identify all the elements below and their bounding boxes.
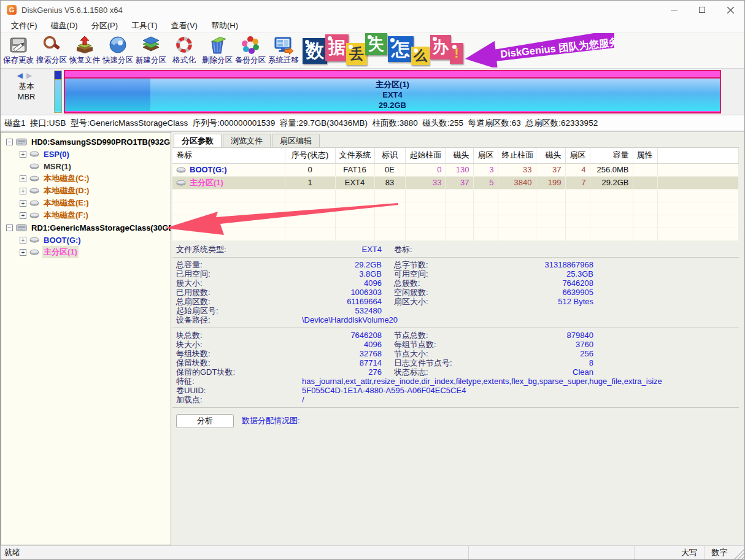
column-header[interactable]: 磁头 [536,148,565,163]
column-header[interactable]: 终止柱面 [498,148,536,163]
column-header[interactable]: 扇区 [473,148,498,163]
cell: FAT16 [335,163,374,176]
tree-item[interactable]: +BOOT(G:) [1,234,171,246]
toolbar-button-label: 删除分区 [202,55,233,66]
system-migration-button[interactable]: 系统迁移 [267,33,300,68]
resize-grip[interactable] [735,546,744,559]
column-header[interactable]: 容量 [590,148,633,163]
detail-label: 总扇区数: [176,297,302,306]
next-partition-icon[interactable] [26,71,36,80]
status-segment [468,546,634,559]
format-button[interactable]: 格式化 [168,33,201,68]
detail-value: Clean [489,367,593,377]
volume-cell: 主分区(1) [172,176,285,189]
tab-partition-params[interactable]: 分区参数 [174,134,222,147]
column-header[interactable]: 标识 [374,148,405,163]
cell: 3840 [498,176,536,189]
cell: 0E [374,163,405,176]
alloc-map-label: 数据分配情况图: [242,415,300,426]
column-header[interactable]: 文件系统 [335,148,374,163]
tree-item[interactable]: −HD0:SamsungSSD990PRO1TB(932GB) [1,136,171,148]
expand-icon[interactable]: + [20,237,26,244]
tree-item[interactable]: −RD1:GenericMassStorageClass(30GB) [1,221,171,234]
disk-mode-label: 基本 [1,81,52,91]
detail-label: 文件系统类型: [176,245,302,254]
caps-indicator: 大写 [674,546,704,559]
search-partition-button[interactable]: 搜索分区 [35,33,68,68]
column-header[interactable] [657,148,739,163]
menu-partition[interactable]: 分区(P) [85,20,125,31]
partition-details: 文件系统类型:EXT4卷标:总容量:29.2GB总字节数:31318867968… [172,242,739,408]
column-header[interactable]: 起始柱面 [405,148,446,163]
partition-box[interactable]: 主分区(1) EXT4 29.2GB [64,70,721,113]
partition-bar: 基本 MBR 主分区(1) EXT4 29.2GB [1,69,744,115]
promo-banner[interactable]: 数据丢失怎么办! DiskGenius 团队为您服务 致电: 400-008-9… [303,33,614,67]
menu-tools[interactable]: 工具(T) [125,20,164,31]
tree-item[interactable]: +本地磁盘(F:) [1,209,171,221]
cell: 33 [498,163,536,176]
menu-bar: 文件(F)磁盘(D)分区(P)工具(T)查看(V)帮助(H) [1,19,744,33]
partition-row[interactable]: 主分区(1)1EXT483333753840199729.2GB [172,176,739,189]
tree-item[interactable]: +本地磁盘(C:) [1,172,171,185]
expand-icon[interactable]: + [20,249,26,256]
volume-label: BOOT(G:) [190,165,227,174]
expand-icon[interactable]: + [20,188,26,194]
column-header[interactable]: 磁头 [446,148,473,163]
title-bar[interactable]: G DiskGenius V5.6.1.1580 x64 [1,1,744,19]
disk-info-bar: 磁盘1 接口:USB 型号:GenericMassStorageClass 序列… [1,115,744,132]
detail-value [489,306,593,315]
tab-sector-edit[interactable]: 扇区编辑 [272,134,320,147]
banner-tile: 据 [325,34,349,61]
tab-browse-files[interactable]: 浏览文件 [223,134,271,147]
column-header[interactable]: 卷标 [172,148,285,163]
cell [657,163,739,176]
expand-icon[interactable]: + [20,175,26,182]
partition-row[interactable]: BOOT(G:)0FAT160E0130333374256.0MB [172,163,739,176]
menu-file[interactable]: 文件(F) [4,20,44,31]
detail-label: 总容量: [176,260,302,269]
column-header[interactable]: 属性 [633,148,657,163]
analyze-button[interactable]: 分析 [176,414,234,428]
detail-label: 卷UUID: [176,386,302,395]
tree-item[interactable]: MSR(1) [1,160,171,172]
maximize-button[interactable] [688,1,716,19]
toolbar-button-label: 搜索分区 [36,55,67,66]
detail-label: 块大小: [176,340,302,349]
detail-label: 特征: [176,377,302,386]
partition-icon [29,163,39,169]
column-header[interactable]: 扇区 [565,148,590,163]
delete-partition-button[interactable]: 删除分区 [201,33,234,68]
minimize-button[interactable] [660,1,688,19]
tree-item[interactable]: +主分区(1) [1,246,171,258]
prev-partition-icon[interactable] [17,71,26,80]
recover-files-button[interactable]: 恢复文件 [68,33,101,68]
column-header[interactable]: 序号(状态) [285,148,335,163]
collapse-icon[interactable]: − [6,139,13,145]
partition-icon [29,212,39,218]
menu-help[interactable]: 帮助(H) [204,20,245,31]
backup-partition-button[interactable]: 备份分区 [234,33,267,68]
tree-item[interactable]: +本地磁盘(E:) [1,197,171,209]
collapse-icon[interactable]: − [6,224,13,231]
detail-value: 29.2GB [302,260,382,269]
tree-item[interactable]: +ESP(0) [1,148,171,160]
new-partition-button[interactable]: 新建分区 [134,33,168,68]
expand-icon[interactable]: + [20,151,26,158]
detail-value: 3.8GB [302,269,382,278]
detail-value: 4096 [302,340,382,349]
close-button[interactable] [716,1,744,19]
expand-icon[interactable]: + [20,200,26,207]
toolbar-button-label: 备份分区 [235,55,266,66]
empty-row [172,189,739,202]
detail-label: 保留的GDT块数: [176,367,302,377]
cell: EXT4 [335,176,374,189]
details-section: 块总数:7646208节点总数:879840块大小:4096每组节点数:3760… [172,328,739,408]
quick-partition-button[interactable]: 快速分区 [101,33,134,68]
save-changes-button[interactable]: 保存更改 [2,33,35,68]
detail-value: 32768 [302,349,382,358]
tree-item[interactable]: +本地磁盘(D:) [1,185,171,197]
cell: 130 [446,163,473,176]
expand-icon[interactable]: + [20,212,26,219]
menu-view[interactable]: 查看(V) [164,20,204,31]
menu-disk[interactable]: 磁盘(D) [44,20,85,31]
